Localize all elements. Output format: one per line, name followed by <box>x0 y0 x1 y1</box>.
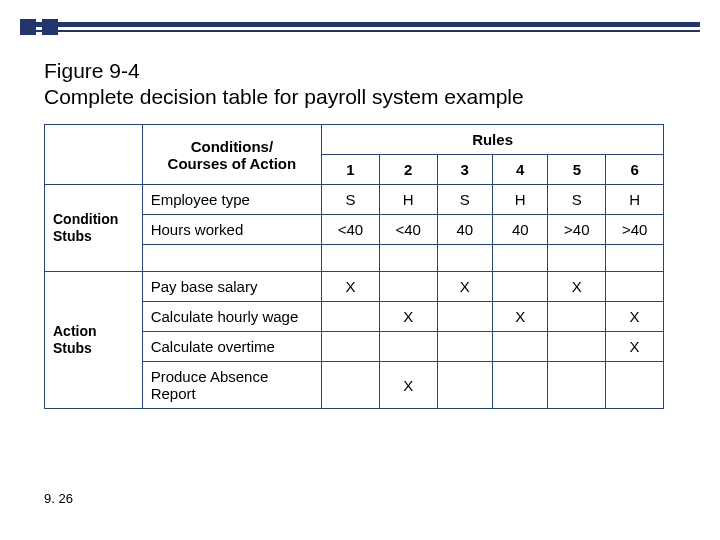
action-label: Pay base salary <box>142 272 321 302</box>
action-value <box>493 362 548 409</box>
action-value <box>437 362 492 409</box>
condition-stubs-label: Condition Stubs <box>45 185 143 272</box>
condition-value: >40 <box>606 215 664 245</box>
action-value: X <box>606 302 664 332</box>
condition-value: 40 <box>493 215 548 245</box>
rule-number: 6 <box>606 155 664 185</box>
rule-number: 5 <box>548 155 606 185</box>
action-value <box>548 362 606 409</box>
action-value: X <box>493 302 548 332</box>
condition-value: S <box>548 185 606 215</box>
action-value <box>493 272 548 302</box>
figure-number: Figure 9-4 <box>44 59 140 82</box>
figure-caption: Figure 9-4 Complete decision table for p… <box>44 58 524 111</box>
action-value <box>379 332 437 362</box>
action-value <box>322 362 380 409</box>
condition-label: Hours worked <box>142 215 321 245</box>
action-value: X <box>322 272 380 302</box>
action-value <box>548 332 606 362</box>
condition-value: H <box>379 185 437 215</box>
action-value <box>606 272 664 302</box>
action-value <box>606 362 664 409</box>
rule-number: 1 <box>322 155 380 185</box>
condition-value: <40 <box>379 215 437 245</box>
action-value: X <box>379 302 437 332</box>
conditions-header: Conditions/ Courses of Action <box>142 125 321 185</box>
rule-number: 2 <box>379 155 437 185</box>
slide-top-accent <box>0 22 720 40</box>
action-value: X <box>379 362 437 409</box>
action-label: Produce Absence Report <box>142 362 321 409</box>
condition-value: <40 <box>322 215 380 245</box>
rules-header: Rules <box>322 125 664 155</box>
table-row: Action Stubs Pay base salary X X X <box>45 272 664 302</box>
action-value <box>548 302 606 332</box>
action-label: Calculate overtime <box>142 332 321 362</box>
action-label: Calculate hourly wage <box>142 302 321 332</box>
page-number: 9. 26 <box>44 491 73 506</box>
action-value: X <box>548 272 606 302</box>
action-value <box>322 302 380 332</box>
figure-title: Complete decision table for payroll syst… <box>44 85 524 108</box>
action-value <box>379 272 437 302</box>
stub-header-blank <box>45 125 143 185</box>
condition-value: S <box>322 185 380 215</box>
action-value <box>437 332 492 362</box>
action-value <box>493 332 548 362</box>
condition-value: >40 <box>548 215 606 245</box>
decision-table: Conditions/ Courses of Action Rules 1 2 … <box>44 124 664 409</box>
action-value: X <box>437 272 492 302</box>
condition-value: S <box>437 185 492 215</box>
table-row: Condition Stubs Employee type S H S H S … <box>45 185 664 215</box>
action-value <box>437 302 492 332</box>
condition-label: Employee type <box>142 185 321 215</box>
action-value: X <box>606 332 664 362</box>
action-value <box>322 332 380 362</box>
condition-value: H <box>606 185 664 215</box>
action-stubs-label: Action Stubs <box>45 272 143 409</box>
condition-value: H <box>493 185 548 215</box>
rule-number: 3 <box>437 155 492 185</box>
rule-number: 4 <box>493 155 548 185</box>
condition-value: 40 <box>437 215 492 245</box>
